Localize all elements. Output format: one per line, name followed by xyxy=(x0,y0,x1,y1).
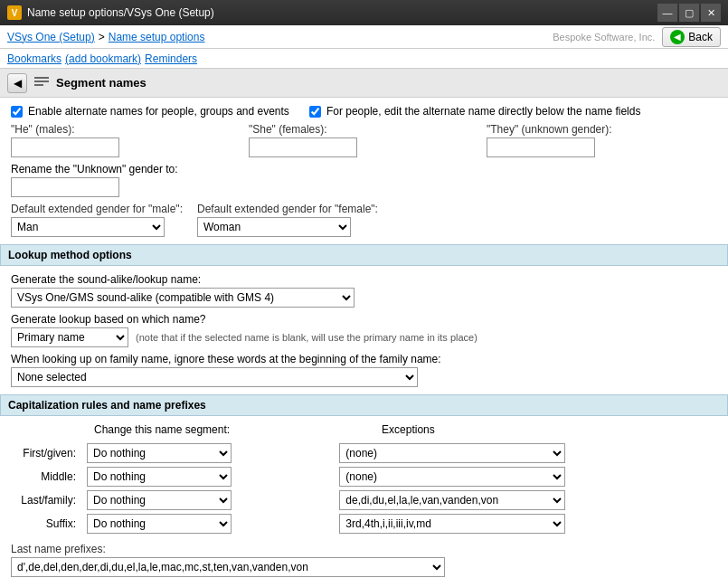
svg-rect-0 xyxy=(34,77,49,79)
lookup-note: (note that if the selected name is blank… xyxy=(136,332,477,343)
enable-alternate-names-label: Enable alternate names for people, group… xyxy=(28,105,289,118)
add-bookmark-link[interactable]: (add bookmark) xyxy=(65,52,141,65)
they-label: "They" (unknown gender): xyxy=(487,123,717,136)
window-controls[interactable]: — ▢ ✕ xyxy=(657,4,721,22)
close-button[interactable]: ✕ xyxy=(701,4,721,22)
cap-row-first: First/given: Do nothing Capitalize first… xyxy=(11,441,717,465)
edit-alternate-name-checkbox[interactable] xyxy=(309,106,321,118)
default-gender-row: Default extended gender for "male": Man … xyxy=(11,203,717,237)
cap-row-last: Last/family: Do nothing Capitalize first… xyxy=(11,488,717,512)
lastname-prefix-field: Last name prefixes: d',de,del,den,der,di… xyxy=(11,543,717,577)
first-change-select[interactable]: Do nothing Capitalize first ALL CAPS all… xyxy=(87,443,232,463)
nav-bar: ◀ Segment names xyxy=(0,69,728,98)
male-gender-select[interactable]: Man Male Other xyxy=(11,217,165,237)
lastname-prefix-select[interactable]: d',de,del,den,der,di,du,el,la,le,mac,mc,… xyxy=(11,557,445,577)
back-icon: ◀ xyxy=(670,30,685,44)
cap-row-middle: Middle: Do nothing Capitalize first ALL … xyxy=(11,465,717,488)
suffix-label: Suffix: xyxy=(11,512,83,535)
family-ignore-label: When looking up on family name, ignore t… xyxy=(11,353,717,365)
middle-except-select[interactable]: (none) Other xyxy=(339,467,565,487)
soundalike-select[interactable]: VSys One/GMS sound-alike (compatible wit… xyxy=(11,288,355,308)
they-input[interactable]: They xyxy=(487,137,595,157)
exceptions-col-header: Exceptions xyxy=(382,423,435,436)
cap-table: First/given: Do nothing Capitalize first… xyxy=(11,441,717,535)
last-change-select[interactable]: Do nothing Capitalize first ALL CAPS all… xyxy=(87,490,232,510)
cap-table-header: Change this name segment: Exceptions xyxy=(94,423,717,436)
rename-unknown-input[interactable] xyxy=(11,177,119,197)
last-except-select[interactable]: de,di,du,el,la,le,van,vanden,von Other xyxy=(339,490,565,510)
pronoun-fields: "He" (males): He "She" (females): She "T… xyxy=(11,123,717,157)
section-header: Segment names xyxy=(33,74,147,92)
reminders-link[interactable]: Reminders xyxy=(145,52,197,65)
bookmarks-link[interactable]: Bookmarks xyxy=(7,52,61,65)
title-bar: V Name setup options/VSys One (Setup) — … xyxy=(0,0,728,25)
male-gender-field: Default extended gender for "male": Man … xyxy=(11,203,183,237)
she-label: "She" (females): xyxy=(249,123,479,136)
last-family-label: Last/family: xyxy=(11,488,83,512)
rename-unknown-label: Rename the "Unknown" gender to: xyxy=(11,163,717,175)
soundalike-field: Generate the sound-alike/lookup name: VS… xyxy=(11,273,717,308)
lookup-name-select[interactable]: Primary name Alternate name xyxy=(11,327,128,347)
breadcrumb-separator: > xyxy=(99,31,105,43)
company-name: Bespoke Software, Inc. xyxy=(553,32,655,43)
male-gender-label: Default extended gender for "male": xyxy=(11,203,183,215)
app-icon: V xyxy=(7,5,22,20)
window-title: Name setup options/VSys One (Setup) xyxy=(27,6,214,19)
suffix-except-select[interactable]: 3rd,4th,i,ii,iii,iv,md Other xyxy=(339,514,565,534)
section-title: Segment names xyxy=(56,76,147,90)
they-field-group: "They" (unknown gender): They xyxy=(487,123,717,157)
lookup-name-field: Generate lookup based on which name? Pri… xyxy=(11,313,717,347)
first-given-label: First/given: xyxy=(11,441,83,465)
bookmark-bar: Bookmarks (add bookmark) Reminders xyxy=(0,49,728,69)
female-gender-label: Default extended gender for "female": xyxy=(197,203,378,215)
breadcrumb-namesetup[interactable]: Name setup options xyxy=(109,31,205,43)
middle-label: Middle: xyxy=(11,465,83,488)
svg-rect-2 xyxy=(34,84,43,86)
family-ignore-select[interactable]: None selected Other xyxy=(11,367,418,387)
segment-icon xyxy=(33,74,51,92)
enable-alternate-names-checkbox[interactable] xyxy=(11,106,23,118)
middle-change-select[interactable]: Do nothing Capitalize first ALL CAPS all… xyxy=(87,467,232,487)
menu-bar: VSys One (Setup) > Name setup options Be… xyxy=(0,25,728,49)
family-ignore-field: When looking up on family name, ignore t… xyxy=(11,353,717,387)
checkbox-row-1: Enable alternate names for people, group… xyxy=(11,105,717,118)
breadcrumb-vsys[interactable]: VSys One (Setup) xyxy=(7,31,95,43)
female-gender-field: Default extended gender for "female": Wo… xyxy=(197,203,378,237)
cap-row-suffix: Suffix: Do nothing Capitalize first ALL … xyxy=(11,512,717,535)
he-input[interactable]: He xyxy=(11,137,119,157)
he-field-group: "He" (males): He xyxy=(11,123,241,157)
svg-rect-1 xyxy=(34,81,49,82)
soundalike-label: Generate the sound-alike/lookup name: xyxy=(11,273,717,286)
change-col-header: Change this name segment: xyxy=(94,423,230,436)
rename-unknown-row: Rename the "Unknown" gender to: xyxy=(11,163,717,197)
he-label: "He" (males): xyxy=(11,123,241,136)
lookup-section-divider: Lookup method options xyxy=(0,244,728,266)
lastname-prefix-label: Last name prefixes: xyxy=(11,543,717,555)
lookup-name-label: Generate lookup based on which name? xyxy=(11,313,717,326)
edit-alternate-name-label: For people, edit the alternate name dire… xyxy=(326,105,641,118)
back-button[interactable]: ◀ Back xyxy=(662,27,721,47)
minimize-button[interactable]: — xyxy=(657,4,677,22)
she-input[interactable]: She xyxy=(249,137,357,157)
cap-section-divider: Capitalization rules and name prefixes xyxy=(0,394,728,416)
first-except-select[interactable]: (none) Other xyxy=(339,443,565,463)
maximize-button[interactable]: ▢ xyxy=(679,4,699,22)
suffix-change-select[interactable]: Do nothing Capitalize first ALL CAPS all… xyxy=(87,514,232,534)
main-content: Enable alternate names for people, group… xyxy=(0,98,728,578)
she-field-group: "She" (females): She xyxy=(249,123,479,157)
nav-back-button[interactable]: ◀ xyxy=(7,73,27,93)
female-gender-select[interactable]: Woman Female Other xyxy=(197,217,351,237)
